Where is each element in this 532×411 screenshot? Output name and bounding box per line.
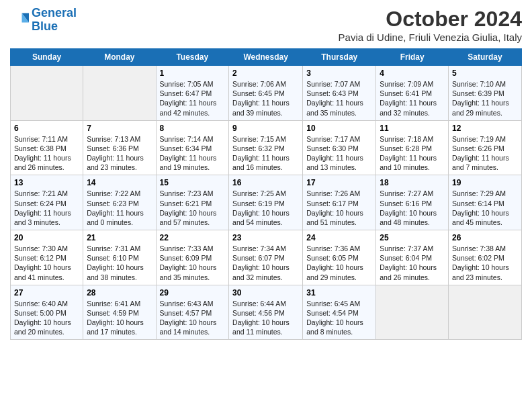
calendar-cell <box>11 66 83 121</box>
day-number: 15 <box>160 178 226 187</box>
cell-details: Sunrise: 6:45 AM Sunset: 4:54 PM Dayligh… <box>306 299 372 337</box>
calendar-cell: 28Sunrise: 6:41 AM Sunset: 4:59 PM Dayli… <box>83 285 156 340</box>
cell-details: Sunrise: 7:34 AM Sunset: 6:07 PM Dayligh… <box>232 244 299 282</box>
day-number: 21 <box>87 233 152 242</box>
calendar-cell <box>83 66 156 121</box>
day-number: 17 <box>306 178 372 187</box>
cell-details: Sunrise: 7:13 AM Sunset: 6:36 PM Dayligh… <box>87 134 152 173</box>
calendar-cell: 4Sunrise: 7:09 AM Sunset: 6:41 PM Daylig… <box>376 66 449 121</box>
cell-details: Sunrise: 7:38 AM Sunset: 6:02 PM Dayligh… <box>452 244 518 282</box>
day-number: 27 <box>14 288 79 298</box>
location: Pavia di Udine, Friuli Venezia Giulia, I… <box>339 32 522 43</box>
calendar-cell: 10Sunrise: 7:17 AM Sunset: 6:30 PM Dayli… <box>303 120 376 175</box>
cell-details: Sunrise: 7:21 AM Sunset: 6:24 PM Dayligh… <box>14 189 79 227</box>
day-number: 16 <box>232 178 299 187</box>
cell-details: Sunrise: 7:05 AM Sunset: 6:47 PM Dayligh… <box>160 79 226 118</box>
cell-details: Sunrise: 7:15 AM Sunset: 6:32 PM Dayligh… <box>232 134 299 173</box>
calendar-cell: 24Sunrise: 7:36 AM Sunset: 6:05 PM Dayli… <box>303 230 376 285</box>
cell-details: Sunrise: 6:40 AM Sunset: 5:00 PM Dayligh… <box>14 299 79 337</box>
calendar-cell: 30Sunrise: 6:44 AM Sunset: 4:56 PM Dayli… <box>229 285 303 340</box>
calendar-cell: 2Sunrise: 7:06 AM Sunset: 6:45 PM Daylig… <box>229 66 303 121</box>
day-number: 31 <box>306 288 372 298</box>
day-number: 9 <box>232 124 299 133</box>
day-number: 14 <box>87 178 152 187</box>
cell-details: Sunrise: 7:33 AM Sunset: 6:09 PM Dayligh… <box>160 244 226 282</box>
cell-details: Sunrise: 7:07 AM Sunset: 6:43 PM Dayligh… <box>306 79 372 118</box>
calendar-cell: 20Sunrise: 7:30 AM Sunset: 6:12 PM Dayli… <box>11 230 83 285</box>
day-number: 7 <box>87 124 152 133</box>
cell-details: Sunrise: 6:41 AM Sunset: 4:59 PM Dayligh… <box>87 299 152 337</box>
cell-details: Sunrise: 6:43 AM Sunset: 4:57 PM Dayligh… <box>160 299 226 337</box>
cell-details: Sunrise: 7:36 AM Sunset: 6:05 PM Dayligh… <box>306 244 372 282</box>
calendar-cell: 5Sunrise: 7:10 AM Sunset: 6:39 PM Daylig… <box>449 66 522 121</box>
day-number: 24 <box>306 233 372 242</box>
weekday-header: Saturday <box>449 49 522 66</box>
day-number: 26 <box>452 233 518 242</box>
weekday-header: Tuesday <box>156 49 229 66</box>
calendar-cell: 29Sunrise: 6:43 AM Sunset: 4:57 PM Dayli… <box>156 285 229 340</box>
day-number: 11 <box>380 124 445 133</box>
calendar-cell: 26Sunrise: 7:38 AM Sunset: 6:02 PM Dayli… <box>449 230 522 285</box>
logo-icon <box>10 11 29 30</box>
calendar-cell: 7Sunrise: 7:13 AM Sunset: 6:36 PM Daylig… <box>83 120 156 175</box>
logo: General Blue <box>10 7 77 34</box>
calendar-week-row: 13Sunrise: 7:21 AM Sunset: 6:24 PM Dayli… <box>11 175 522 230</box>
calendar-cell: 11Sunrise: 7:18 AM Sunset: 6:28 PM Dayli… <box>376 120 449 175</box>
cell-details: Sunrise: 7:10 AM Sunset: 6:39 PM Dayligh… <box>452 79 518 118</box>
title-block: October 2024 Pavia di Udine, Friuli Vene… <box>339 7 522 43</box>
day-number: 5 <box>452 68 518 78</box>
day-number: 25 <box>380 233 445 242</box>
day-number: 23 <box>232 233 299 242</box>
day-number: 30 <box>232 288 299 298</box>
calendar-week-row: 27Sunrise: 6:40 AM Sunset: 5:00 PM Dayli… <box>11 285 522 340</box>
calendar-cell <box>376 285 449 340</box>
calendar-cell: 21Sunrise: 7:31 AM Sunset: 6:10 PM Dayli… <box>83 230 156 285</box>
weekday-header: Thursday <box>303 49 376 66</box>
calendar-cell: 27Sunrise: 6:40 AM Sunset: 5:00 PM Dayli… <box>11 285 83 340</box>
calendar-cell: 22Sunrise: 7:33 AM Sunset: 6:09 PM Dayli… <box>156 230 229 285</box>
weekday-header: Sunday <box>11 49 83 66</box>
calendar-cell: 8Sunrise: 7:14 AM Sunset: 6:34 PM Daylig… <box>156 120 229 175</box>
calendar-cell: 19Sunrise: 7:29 AM Sunset: 6:14 PM Dayli… <box>449 175 522 230</box>
day-number: 1 <box>160 68 226 78</box>
cell-details: Sunrise: 7:23 AM Sunset: 6:21 PM Dayligh… <box>160 189 226 227</box>
day-number: 3 <box>306 68 372 78</box>
calendar-cell: 9Sunrise: 7:15 AM Sunset: 6:32 PM Daylig… <box>229 120 303 175</box>
calendar-cell: 13Sunrise: 7:21 AM Sunset: 6:24 PM Dayli… <box>11 175 83 230</box>
calendar-cell: 3Sunrise: 7:07 AM Sunset: 6:43 PM Daylig… <box>303 66 376 121</box>
calendar-cell: 18Sunrise: 7:27 AM Sunset: 6:16 PM Dayli… <box>376 175 449 230</box>
cell-details: Sunrise: 7:09 AM Sunset: 6:41 PM Dayligh… <box>380 79 445 118</box>
calendar-cell: 6Sunrise: 7:11 AM Sunset: 6:38 PM Daylig… <box>11 120 83 175</box>
cell-details: Sunrise: 7:25 AM Sunset: 6:19 PM Dayligh… <box>232 189 299 227</box>
logo-blue: Blue <box>32 19 58 33</box>
day-number: 29 <box>160 288 226 298</box>
day-number: 4 <box>380 68 445 78</box>
cell-details: Sunrise: 7:29 AM Sunset: 6:14 PM Dayligh… <box>452 189 518 227</box>
cell-details: Sunrise: 7:18 AM Sunset: 6:28 PM Dayligh… <box>380 134 445 173</box>
weekday-header: Friday <box>376 49 449 66</box>
calendar-week-row: 1Sunrise: 7:05 AM Sunset: 6:47 PM Daylig… <box>11 66 522 121</box>
day-number: 8 <box>160 124 226 133</box>
day-number: 2 <box>232 68 299 78</box>
calendar-cell: 12Sunrise: 7:19 AM Sunset: 6:26 PM Dayli… <box>449 120 522 175</box>
calendar-cell: 1Sunrise: 7:05 AM Sunset: 6:47 PM Daylig… <box>156 66 229 121</box>
day-number: 28 <box>87 288 152 298</box>
day-number: 13 <box>14 178 79 187</box>
calendar-cell: 14Sunrise: 7:22 AM Sunset: 6:23 PM Dayli… <box>83 175 156 230</box>
cell-details: Sunrise: 7:26 AM Sunset: 6:17 PM Dayligh… <box>306 189 372 227</box>
calendar-cell: 16Sunrise: 7:25 AM Sunset: 6:19 PM Dayli… <box>229 175 303 230</box>
cell-details: Sunrise: 7:11 AM Sunset: 6:38 PM Dayligh… <box>14 134 79 173</box>
calendar-table: SundayMondayTuesdayWednesdayThursdayFrid… <box>10 48 522 340</box>
cell-details: Sunrise: 6:44 AM Sunset: 4:56 PM Dayligh… <box>232 299 299 337</box>
calendar-cell <box>449 285 522 340</box>
day-number: 6 <box>14 124 79 133</box>
day-number: 18 <box>380 178 445 187</box>
cell-details: Sunrise: 7:19 AM Sunset: 6:26 PM Dayligh… <box>452 134 518 173</box>
calendar-week-row: 20Sunrise: 7:30 AM Sunset: 6:12 PM Dayli… <box>11 230 522 285</box>
cell-details: Sunrise: 7:14 AM Sunset: 6:34 PM Dayligh… <box>160 134 226 173</box>
calendar-cell: 23Sunrise: 7:34 AM Sunset: 6:07 PM Dayli… <box>229 230 303 285</box>
month-title: October 2024 <box>339 7 522 32</box>
weekday-header: Monday <box>83 49 156 66</box>
weekday-header: Wednesday <box>229 49 303 66</box>
day-number: 19 <box>452 178 518 187</box>
